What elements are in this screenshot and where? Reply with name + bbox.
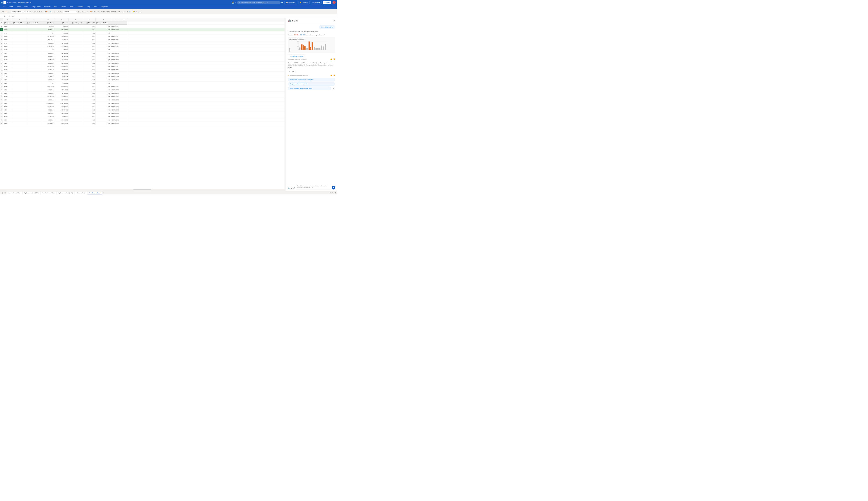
cell-8-f[interactable] (68, 45, 83, 48)
cell-13-h[interactable]: 0.00 (96, 62, 111, 65)
cell-24-f[interactable] (68, 98, 83, 102)
format-table-button[interactable]: ⊞▾ (93, 10, 96, 13)
zoom-out-button[interactable]: − (329, 192, 330, 194)
tab-insert[interactable]: Insert (15, 5, 22, 9)
cell-22-e[interactable]: -87,000.00 (55, 92, 68, 95)
col-header-i[interactable]: I (111, 18, 119, 21)
cell-31-h[interactable]: 0.00 (96, 122, 111, 125)
cell-2-a[interactable]: 10100 (3, 25, 12, 28)
cell-3-e[interactable]: 666,666.67 (55, 28, 68, 31)
attachment-button[interactable]: 📎 (287, 187, 290, 190)
cell-30-d[interactable]: -545,000.00 (41, 118, 55, 122)
cell-15-f[interactable] (68, 68, 83, 72)
cell-6-b[interactable] (12, 38, 27, 41)
cell-17-f[interactable] (68, 75, 83, 78)
cell-7-e[interactable]: 437,833.33 (55, 42, 68, 45)
cell-5-g[interactable]: 0.00 (83, 35, 95, 38)
col-header-d[interactable]: D (41, 18, 55, 21)
cell-14-a[interactable]: 20600 (3, 65, 12, 68)
cell-25-h[interactable]: 0.00 (96, 102, 111, 105)
cell-12-d[interactable]: 1,104,500.00 (41, 58, 55, 61)
cell-4-f[interactable] (68, 31, 83, 35)
cell-7-h[interactable]: 0.00 (96, 42, 111, 45)
cell-25-d[interactable]: -1,017,500.00 (41, 102, 55, 105)
cell-25-i[interactable]: CRONUS-CA (111, 102, 119, 105)
cell-3-i[interactable]: CRONUS-CA (111, 28, 119, 31)
cell-15-a[interactable]: 20700 (3, 68, 12, 72)
cell-10-j[interactable] (119, 52, 127, 55)
cell-1-g[interactable]: ▣ BalanceACY (83, 21, 95, 25)
cell-29-f[interactable] (68, 115, 83, 118)
cell-25-e[interactable]: -1,017,500.00 (55, 102, 68, 105)
suggestion-chip-2[interactable]: Can you provide more context? (288, 82, 335, 86)
cell-31-f[interactable] (68, 122, 83, 125)
cell-26-d[interactable]: -525,000.00 (41, 105, 55, 108)
cell-16-h[interactable]: 0.00 (96, 72, 111, 75)
cell-16-g[interactable]: 0.00 (83, 72, 95, 75)
cell-27-g[interactable]: 0.00 (83, 108, 95, 111)
cell-14-h[interactable]: 0.00 (96, 65, 111, 68)
show-data-insights-button[interactable]: Show data insights (319, 25, 335, 29)
cell-2-f[interactable] (68, 25, 83, 28)
cell-22-c[interactable] (27, 92, 41, 95)
cell-7-j[interactable] (119, 42, 127, 45)
cell-7-f[interactable] (68, 42, 83, 45)
cell-27-h[interactable]: 0.00 (96, 108, 111, 111)
cell-23-g[interactable]: 0.00 (83, 95, 95, 98)
cell-28-f[interactable] (68, 111, 83, 115)
cell-1-c[interactable]: ▣ Dimension2Code (27, 21, 41, 25)
cell-4-d[interactable]: 0.00 (41, 31, 55, 35)
cell-13-c[interactable] (27, 62, 41, 65)
autosum-button[interactable]: Σ▾ (118, 10, 120, 13)
cell-25-b[interactable] (12, 102, 27, 105)
cell-11-c[interactable] (27, 55, 41, 58)
cell-5-d[interactable]: 525,000.00 (41, 35, 55, 38)
cell-6-a[interactable]: 10400 (3, 38, 12, 41)
cell-2-g[interactable]: 0.00 (83, 25, 95, 28)
cell-15-d[interactable]: -100,001.00 (41, 68, 55, 72)
name-box[interactable] (1, 15, 8, 17)
refresh-suggestions-button[interactable]: ↻ (332, 87, 335, 90)
cell-15-i[interactable]: CRONUS-MX (111, 68, 119, 72)
app-grid-button[interactable]: ⊞ (1, 1, 3, 4)
sensitivity-button[interactable]: 🔒▾ (136, 10, 139, 13)
cell-15-b[interactable] (12, 68, 27, 72)
cell-8-i[interactable]: CRONUS-MX (111, 45, 119, 48)
cell-21-f[interactable] (68, 88, 83, 92)
cell-31-e[interactable]: -205,214.11 (55, 122, 68, 125)
cell-24-c[interactable] (27, 98, 41, 102)
cell-1-h[interactable]: ▣ BusinessUnitCode (96, 21, 111, 25)
format-button[interactable]: Format▾ (111, 10, 117, 13)
cell-17-j[interactable] (119, 75, 127, 78)
cell-16-d[interactable]: -50,000.00 (41, 72, 55, 75)
cell-13-g[interactable]: 0.00 (83, 62, 95, 65)
cell-28-h[interactable]: 0.00 (96, 111, 111, 115)
cell-30-j[interactable] (119, 118, 127, 122)
tab-review[interactable]: Review (59, 5, 68, 9)
share-button[interactable]: ↑ Share (323, 1, 331, 4)
cell-2-i[interactable]: CRONUS-US (111, 25, 119, 28)
confirm-formula-icon[interactable]: ✓ (10, 15, 12, 17)
cell-3-d[interactable]: 666,666.67 (41, 28, 55, 31)
col-header-a[interactable]: A (3, 18, 12, 21)
cell-9-e[interactable]: -5,000.00 (55, 48, 68, 51)
cell-16-e[interactable]: -50,000.00 (55, 72, 68, 75)
cell-23-a[interactable]: 30990 (3, 95, 12, 98)
cell-28-b[interactable] (12, 111, 27, 115)
cell-2-c[interactable] (27, 25, 41, 28)
cell-19-i[interactable] (111, 82, 119, 85)
cell-8-h[interactable]: 0.00 (96, 45, 111, 48)
thumbs-down-button-2[interactable]: 👎 (333, 75, 335, 77)
cell-12-f[interactable] (68, 58, 83, 61)
tab-help[interactable]: Help (85, 5, 92, 9)
cell-29-c[interactable] (27, 115, 41, 118)
cell-22-a[interactable]: 30290 (3, 92, 12, 95)
cell-18-h[interactable]: 0.00 (96, 78, 111, 82)
cell-12-c[interactable] (27, 58, 41, 61)
cell-24-a[interactable]: 30990 (3, 98, 12, 102)
cell-5-j[interactable] (119, 35, 127, 38)
cell-6-d[interactable]: 205,214.11 (41, 38, 55, 41)
cell-16-a[interactable]: 21000 (3, 72, 12, 75)
cell-3-a[interactable]: 10100 (3, 28, 12, 31)
cancel-formula-icon[interactable]: ✕ (9, 15, 10, 17)
